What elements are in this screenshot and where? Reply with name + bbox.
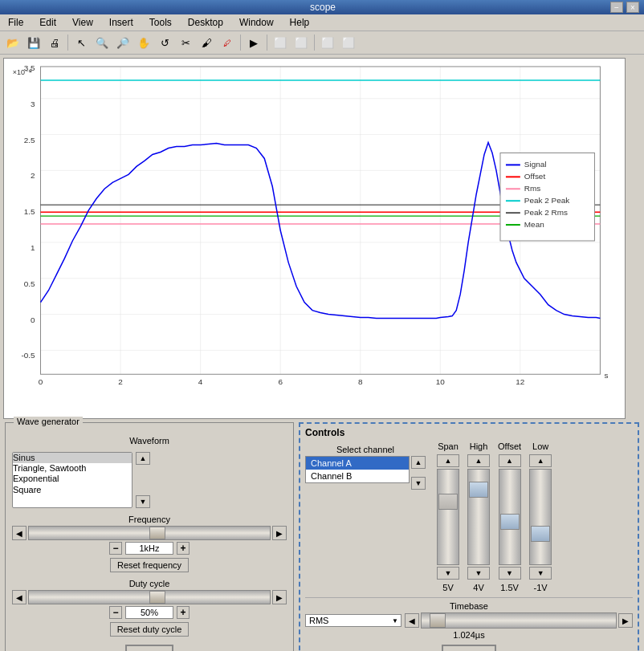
offset-value: 1.5V <box>500 583 519 592</box>
freq-slider-thumb[interactable] <box>149 527 165 539</box>
high-value: 4V <box>473 583 483 592</box>
svg-text:Signal: Signal <box>524 160 547 169</box>
freq-plus-btn[interactable]: + <box>177 542 190 555</box>
channel-scroll-down[interactable]: ▼ <box>411 477 426 490</box>
low-up-btn[interactable]: ▲ <box>529 454 552 467</box>
trace-button[interactable]: Trace <box>442 645 497 651</box>
duty-slider-left[interactable]: ◀ <box>12 590 26 604</box>
timebase-label: Timebase <box>305 601 633 611</box>
offset-slider[interactable] <box>499 469 521 565</box>
duty-slider-track[interactable] <box>28 590 271 604</box>
freq-minus-btn[interactable]: − <box>109 542 122 555</box>
high-slider[interactable] <box>467 469 490 565</box>
span-label: Span <box>438 441 459 451</box>
high-thumb[interactable] <box>469 482 488 498</box>
cursor-button[interactable]: ↖ <box>71 33 91 52</box>
play-button[interactable]: ▶ <box>244 33 263 52</box>
menu-file[interactable]: File <box>3 16 28 29</box>
timebase-thumb[interactable] <box>430 613 446 628</box>
menu-insert[interactable]: Insert <box>104 16 138 29</box>
channel-scroll-up[interactable]: ▲ <box>411 456 426 469</box>
select-channel-label: Select channel <box>305 445 426 454</box>
span-thumb[interactable] <box>438 494 458 510</box>
zoom-in-button[interactable]: 🔍 <box>92 33 112 52</box>
wave-generator-box: Wave generator Waveform Sinus Triangle, … <box>5 422 294 651</box>
svg-text:s: s <box>604 371 608 380</box>
span-up-btn[interactable]: ▲ <box>437 454 459 467</box>
offset-thumb[interactable] <box>500 514 520 530</box>
pan-button[interactable]: ✋ <box>134 33 153 52</box>
menu-edit[interactable]: Edit <box>35 16 61 29</box>
brush-button[interactable]: 🖌 <box>197 33 216 52</box>
on-button[interactable]: On <box>125 645 173 651</box>
svg-text:×10⁻⁴: ×10⁻⁴ <box>13 68 32 76</box>
low-thumb[interactable] <box>531 526 550 542</box>
offset-up-btn[interactable]: ▲ <box>499 454 521 467</box>
freq-slider-left[interactable]: ◀ <box>12 526 26 540</box>
freq-slider-right[interactable]: ▶ <box>272 526 287 540</box>
print-button[interactable]: 🖨 <box>45 33 64 52</box>
svg-text:0: 0 <box>31 315 35 324</box>
menu-tools[interactable]: Tools <box>145 16 177 29</box>
waveform-triangle: Triangle, Sawtooth <box>13 463 132 474</box>
waveform-square: Square <box>13 485 132 495</box>
timebase-slider-left[interactable]: ◀ <box>405 613 419 628</box>
waveform-scroll-up[interactable]: ▲ <box>136 452 150 465</box>
svg-text:Offset: Offset <box>524 172 546 181</box>
freq-slider-track[interactable] <box>28 526 271 540</box>
waveform-scroll-down[interactable]: ▼ <box>136 495 150 508</box>
rotate-button[interactable]: ↺ <box>155 33 174 52</box>
plot-area[interactable]: 3.5 3 2.5 2 1.5 1 0.5 0 -0.5 ×10⁻⁴ 0 2 4… <box>3 58 626 419</box>
svg-text:6: 6 <box>278 377 283 386</box>
data-cursor-button[interactable]: ✂ <box>176 33 195 52</box>
color-button[interactable]: 🖊 <box>218 33 237 52</box>
svg-text:Peak 2 Peak: Peak 2 Peak <box>524 196 569 205</box>
low-slider[interactable] <box>529 469 552 565</box>
export2-button[interactable]: ⬜ <box>339 33 358 52</box>
duty-cycle-value: 50% <box>125 606 173 619</box>
frequency-value: 1kHz <box>125 542 173 555</box>
svg-text:0.5: 0.5 <box>24 279 35 288</box>
low-down-btn[interactable]: ▼ <box>529 567 552 580</box>
waveform-list[interactable]: Sinus Triangle, Sawtooth Exponential Squ… <box>12 452 132 508</box>
span-down-btn[interactable]: ▼ <box>437 567 459 580</box>
save-button[interactable]: 💾 <box>24 33 43 52</box>
reset-duty-cycle-button[interactable]: Reset duty cycle <box>110 622 190 637</box>
timebase-slider-track[interactable] <box>421 612 617 629</box>
plot-svg: 3.5 3 2.5 2 1.5 1 0.5 0 -0.5 ×10⁻⁴ 0 2 4… <box>4 59 625 418</box>
bottom-panel: Wave generator Waveform Sinus Triangle, … <box>3 422 641 651</box>
duty-minus-btn[interactable]: − <box>109 606 122 619</box>
ellipse-button[interactable]: ⬜ <box>291 33 311 52</box>
menu-help[interactable]: Help <box>285 16 315 29</box>
duty-slider-thumb[interactable] <box>149 591 165 604</box>
rms-select[interactable]: RMS <box>305 614 401 627</box>
channel-b-item[interactable]: Channel B <box>306 470 409 482</box>
close-button[interactable]: × <box>626 2 639 13</box>
span-slider[interactable] <box>437 469 459 565</box>
duty-slider-right[interactable]: ▶ <box>272 590 287 604</box>
high-up-btn[interactable]: ▲ <box>467 454 490 467</box>
open-button[interactable]: 📂 <box>3 33 22 52</box>
menu-desktop[interactable]: Desktop <box>183 16 228 29</box>
menu-view[interactable]: View <box>67 16 98 29</box>
waveform-sinus: Sinus <box>13 453 132 463</box>
high-down-btn[interactable]: ▼ <box>467 567 490 580</box>
window-title: scope <box>37 2 609 13</box>
minimize-button[interactable]: − <box>610 2 623 13</box>
reset-frequency-button[interactable]: Reset frequency <box>110 558 189 572</box>
rect-button[interactable]: ⬜ <box>271 33 290 52</box>
menu-window[interactable]: Window <box>234 16 279 29</box>
channel-a-item[interactable]: Channel A <box>306 457 409 470</box>
duty-cycle-label: Duty cycle <box>12 579 287 588</box>
svg-text:4: 4 <box>198 377 203 386</box>
svg-text:10: 10 <box>436 377 446 386</box>
low-label: Low <box>532 441 548 451</box>
low-value: -1V <box>534 583 548 592</box>
main-area: 3.5 3 2.5 2 1.5 1 0.5 0 -0.5 ×10⁻⁴ 0 2 4… <box>0 55 644 651</box>
export1-button[interactable]: ⬜ <box>318 33 337 52</box>
duty-plus-btn[interactable]: + <box>177 606 190 619</box>
offset-down-btn[interactable]: ▼ <box>499 567 521 580</box>
zoom-out-button[interactable]: 🔎 <box>113 33 132 52</box>
timebase-slider-right[interactable]: ▶ <box>618 613 633 628</box>
svg-text:0: 0 <box>39 377 43 386</box>
